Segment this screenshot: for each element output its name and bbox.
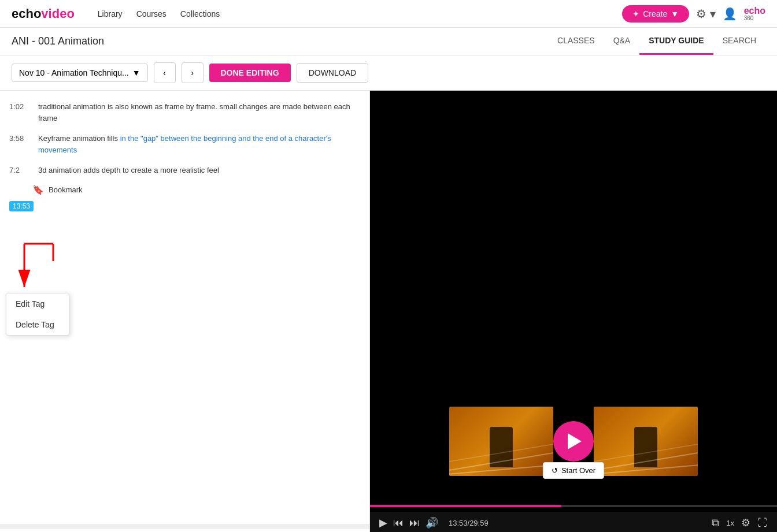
play-button-container: ↺ Start Over [553,421,594,462]
logo-echo-text: echo [12,6,41,21]
chevron-right-icon: › [191,68,194,77]
logo-video-text: video [41,6,74,21]
bottom-scrollbar[interactable] [0,524,369,529]
nav-collections[interactable]: Collections [180,9,220,18]
session-dropdown[interactable]: Nov 10 - Animation Techniqu... ▼ [12,64,148,82]
fullscreen-icon: ⛶ [757,517,768,529]
note-text-2: Keyframe animation fills in the "gap" be… [38,133,360,155]
note-item-2: 3:58 Keyframe animation fills in the "ga… [0,128,369,160]
top-nav: echovideo Library Courses Collections ✦ … [0,0,777,28]
highlight-2: in the "gap" between the beginning and t… [38,134,331,154]
done-editing-button[interactable]: DONE EDITING [209,64,291,82]
fast-forward-icon: ⏭ [409,517,420,529]
context-delete-tag[interactable]: Delete Tag [6,314,69,335]
dropdown-arrow-icon: ▼ [132,68,140,77]
tab-qa[interactable]: Q&A [604,28,640,55]
note-item-3: 7:2 3d animation adds depth to create a … [0,160,369,181]
note-item-1: 1:02 traditional animation is also known… [0,96,369,128]
create-button[interactable]: ✦ Create ▼ [622,5,689,23]
download-button[interactable]: DOWNLOAD [297,63,368,83]
left-panel: 1:02 traditional animation is also known… [0,91,370,532]
gear-icon: ⚙ [741,516,750,529]
tab-study-guide[interactable]: STUDY GUIDE [639,28,713,55]
start-over-label: Start Over [561,466,595,475]
time-display: 13:53/29:59 [449,519,489,527]
bookmark-icon: 🔖 [32,184,44,195]
video-progress-fill [370,505,561,507]
play-pause-button[interactable]: ▶ [379,516,387,529]
create-label: Create [643,9,667,18]
controls-right: ⧉ 1x ⚙ ⛶ [712,516,768,529]
svg-line-5 [449,444,553,462]
video-thumbnails: ↺ Start Over [370,402,777,505]
bookmark-label: Bookmark [49,185,83,194]
fullscreen-button[interactable]: ⛶ [757,517,768,529]
video-controls: ▶ ⏮ ⏭ 🔊 13:53/29:59 ⧉ 1x ⚙ ⛶ [370,512,777,532]
tab-classes[interactable]: CLASSES [548,28,604,55]
session-label: Nov 10 - Animation Techniqu... [19,68,129,77]
start-over-button[interactable]: ↺ Start Over [543,462,604,479]
context-edit-tag[interactable]: Edit Tag [6,293,69,314]
fast-forward-button[interactable]: ⏭ [409,517,420,529]
nav-right: ✦ Create ▼ ⚙ ▾ 👤 echo 360 [622,5,765,23]
note-text-3: 3d animation adds depth to create a more… [38,165,360,176]
volume-button[interactable]: 🔊 [426,516,438,529]
rewind-icon: ⏮ [393,517,404,529]
chevron-down-icon: ▼ [671,9,679,18]
volume-icon: 🔊 [426,516,438,529]
play-button[interactable] [553,421,594,462]
rewind-button[interactable]: ⏮ [393,517,404,529]
nav-links: Library Courses Collections [98,9,220,18]
sparkle-icon: ✦ [632,9,639,18]
refresh-icon: ↺ [552,466,558,475]
toolbar: Nov 10 - Animation Techniqu... ▼ ‹ › DON… [0,55,777,91]
sub-nav: ANI - 001 Animation CLASSES Q&A STUDY GU… [0,28,777,55]
main-content: 1:02 traditional animation is also known… [0,91,777,532]
page-title: ANI - 001 Animation [12,35,104,47]
prev-button[interactable]: ‹ [154,62,176,83]
svg-line-4 [449,453,553,470]
tab-search[interactable]: SEARCH [713,28,765,55]
pip-icon: ⧉ [712,517,719,529]
video-thumb-left [449,407,553,476]
svg-line-6 [594,453,698,470]
logo[interactable]: echovideo [12,6,75,21]
play-triangle-icon [568,433,582,449]
thumb-overlay-left [449,407,553,476]
pip-button[interactable]: ⧉ [712,517,719,529]
play-icon: ▶ [379,516,387,529]
timestamp-1[interactable]: 1:02 [9,101,32,111]
settings-button[interactable]: ⚙ [741,516,750,529]
video-area [370,91,777,402]
nav-library[interactable]: Library [98,9,123,18]
timestamp-3[interactable]: 7:2 [9,165,32,174]
tab-bar: CLASSES Q&A STUDY GUIDE SEARCH [548,28,765,55]
timestamp-2[interactable]: 3:58 [9,133,32,143]
context-menu: Edit Tag Delete Tag [6,293,69,336]
echo360-badge: echo 360 [744,6,765,21]
chevron-left-icon: ‹ [163,68,166,77]
tag-item: 13:53 [0,199,369,214]
video-progress-bar[interactable] [370,505,777,507]
video-panel: ↺ Start Over ▶ ⏮ [370,91,777,532]
svg-line-7 [594,444,698,462]
bookmark-item: 🔖 Bookmark [0,181,369,199]
thumb-overlay-right [594,407,698,476]
speed-control[interactable]: 1x [726,519,734,527]
video-thumb-right [594,407,698,476]
note-text-1: traditional animation is also known as f… [38,101,360,124]
settings-icon[interactable]: ⚙ ▾ [696,7,716,21]
nav-courses[interactable]: Courses [136,9,166,18]
next-button[interactable]: › [182,62,204,83]
tag-timestamp[interactable]: 13:53 [9,201,34,211]
user-icon[interactable]: 👤 [723,7,737,21]
